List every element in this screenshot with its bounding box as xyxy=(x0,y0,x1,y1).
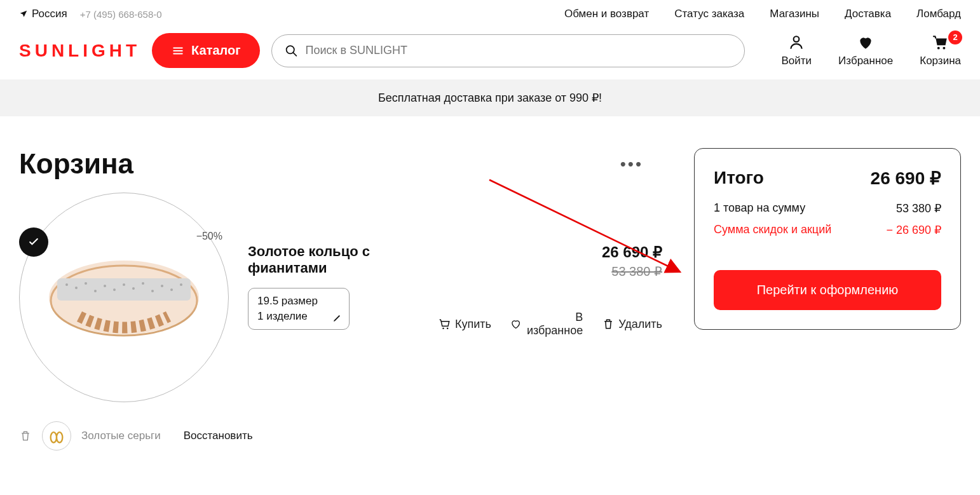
favorite-button[interactable]: В избранное xyxy=(510,311,583,337)
discount-badge: −50% xyxy=(196,231,222,242)
favorite-label: В избранное xyxy=(525,311,583,337)
qty-value: 1 изделие xyxy=(257,310,340,323)
svg-point-19 xyxy=(161,285,163,287)
phone-number[interactable]: +7 (495) 668-658-0 xyxy=(80,9,162,20)
svg-point-4 xyxy=(943,46,945,49)
login-label: Войти xyxy=(782,55,812,67)
delete-button[interactable]: Удалить xyxy=(602,311,662,337)
location-selector[interactable]: Россия xyxy=(19,8,67,20)
cart-item: −50% xyxy=(19,193,662,402)
items-count-value: 53 380 ₽ xyxy=(896,201,941,215)
favorites-label: Избранное xyxy=(838,55,893,67)
svg-point-15 xyxy=(123,283,125,286)
svg-point-16 xyxy=(132,287,135,290)
discount-label: Сумма скидок и акций xyxy=(714,223,831,237)
login-button[interactable]: Войти xyxy=(782,34,812,67)
product-image[interactable] xyxy=(19,193,229,402)
search-input[interactable] xyxy=(306,44,732,57)
catalog-label: Каталог xyxy=(191,43,240,58)
total-value: 26 690 ₽ xyxy=(871,168,941,189)
delete-label: Удалить xyxy=(618,318,662,331)
cart-small-icon xyxy=(439,318,451,330)
svg-point-20 xyxy=(170,288,173,291)
product-old-price: 53 380 ₽ xyxy=(439,264,662,279)
removed-item-row: Золотые серьги Восстановить xyxy=(19,421,662,451)
svg-point-22 xyxy=(442,327,444,329)
discount-value: − 26 690 ₽ xyxy=(886,223,941,237)
removed-item-name: Золотые серьги xyxy=(81,430,161,442)
svg-point-10 xyxy=(75,287,78,289)
svg-point-21 xyxy=(180,283,182,286)
favorites-button[interactable]: Избранное xyxy=(838,34,893,67)
svg-point-13 xyxy=(104,285,106,287)
ring-illustration xyxy=(41,247,207,348)
svg-point-3 xyxy=(937,46,939,49)
trash-icon xyxy=(602,318,615,330)
buy-button[interactable]: Купить xyxy=(439,311,491,337)
svg-point-17 xyxy=(142,282,144,285)
search-icon xyxy=(285,44,298,58)
page-title: Корзина xyxy=(19,148,133,180)
search-box[interactable] xyxy=(271,34,745,67)
summary-box: Итого 26 690 ₽ 1 товар на сумму 53 380 ₽… xyxy=(694,148,961,330)
size-value: 19.5 размер xyxy=(257,295,340,308)
heart-outline-icon xyxy=(510,318,521,330)
items-count-label: 1 товар на сумму xyxy=(714,201,805,215)
svg-point-18 xyxy=(151,290,154,292)
header: SUNLIGHT Каталог Войти Избранное 2 Корзи… xyxy=(0,28,980,79)
heart-icon xyxy=(857,34,874,51)
promo-banner: Бесплатная доставка при заказе от 990 ₽! xyxy=(0,79,980,116)
location-text: Россия xyxy=(32,8,67,20)
restore-button[interactable]: Восстановить xyxy=(184,430,253,442)
catalog-button[interactable]: Каталог xyxy=(152,33,259,68)
main-content: Корзина ••• −50% xyxy=(0,116,980,470)
product-name[interactable]: Золотое кольцо с фианитами xyxy=(248,243,439,276)
menu-icon xyxy=(171,45,185,57)
topbar-link-delivery[interactable]: Доставка xyxy=(845,8,891,20)
location-icon xyxy=(19,10,28,18)
removed-item-thumb[interactable] xyxy=(42,421,71,451)
size-selector[interactable]: 19.5 размер 1 изделие xyxy=(248,288,350,330)
svg-point-2 xyxy=(794,36,800,42)
cart-icon xyxy=(931,34,950,51)
topbar: Россия +7 (495) 668-658-0 Обмен и возвра… xyxy=(0,0,980,28)
item-selected-badge[interactable] xyxy=(19,227,48,257)
svg-point-14 xyxy=(113,288,116,291)
checkout-button[interactable]: Перейти к оформлению xyxy=(714,270,941,310)
trash-outline-icon[interactable] xyxy=(19,430,32,442)
earrings-icon xyxy=(48,427,65,445)
svg-line-1 xyxy=(293,52,296,55)
check-icon xyxy=(27,236,40,248)
logo[interactable]: SUNLIGHT xyxy=(19,41,140,61)
svg-point-25 xyxy=(57,432,62,442)
svg-point-11 xyxy=(85,282,87,285)
total-label: Итого xyxy=(714,168,764,189)
product-price: 26 690 ₽ xyxy=(439,243,662,261)
svg-point-12 xyxy=(94,290,97,292)
cart-badge: 2 xyxy=(948,31,962,44)
cart-button[interactable]: 2 Корзина xyxy=(920,34,961,67)
topbar-link-stores[interactable]: Магазины xyxy=(770,8,819,20)
topbar-link-exchange[interactable]: Обмен и возврат xyxy=(564,8,649,20)
topbar-link-status[interactable]: Статус заказа xyxy=(674,8,744,20)
user-icon xyxy=(788,34,805,51)
edit-icon xyxy=(332,313,343,323)
buy-label: Купить xyxy=(455,318,491,331)
topbar-link-pawnshop[interactable]: Ломбард xyxy=(916,8,961,20)
svg-point-9 xyxy=(65,283,68,286)
more-options-button[interactable]: ••• xyxy=(620,154,662,174)
cart-label: Корзина xyxy=(920,55,961,67)
svg-point-23 xyxy=(447,327,449,329)
svg-point-24 xyxy=(51,432,57,442)
